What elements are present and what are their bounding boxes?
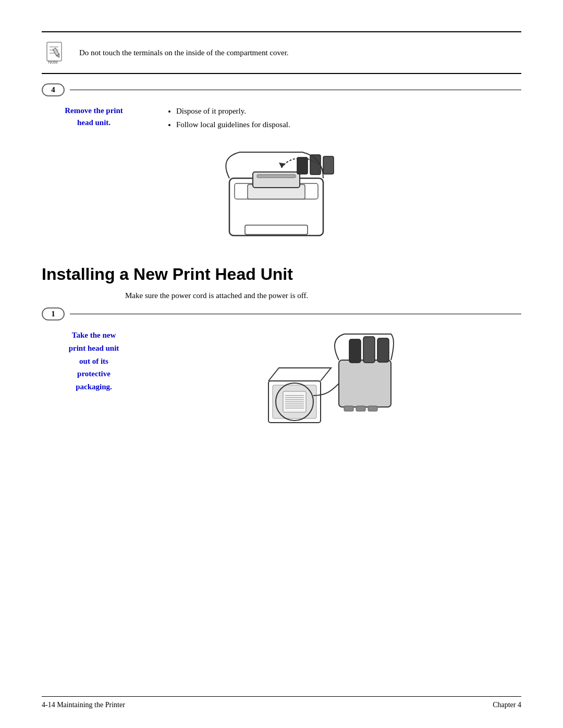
step4-bullets: Dispose of it properly. Follow local gui… bbox=[162, 105, 521, 131]
note-bottom-rule bbox=[42, 73, 521, 74]
note-section: Note Do not touch the terminals on the i… bbox=[42, 31, 521, 74]
svg-rect-34 bbox=[356, 406, 365, 411]
note-content: Note Do not touch the terminals on the i… bbox=[42, 36, 521, 69]
section-subtitle: Make sure the power cord is attached and… bbox=[125, 291, 521, 300]
note-text: Do not touch the terminals on the inside… bbox=[79, 47, 289, 59]
note-top-rule bbox=[42, 31, 521, 32]
step4-label: Remove the printhead unit. bbox=[42, 105, 146, 128]
footer-left: 4-14 Maintaining the Printer bbox=[42, 701, 125, 709]
step4-left: Remove the printhead unit. bbox=[42, 105, 146, 128]
svg-rect-29 bbox=[339, 360, 391, 407]
note-icon: Note bbox=[42, 39, 70, 67]
svg-rect-9 bbox=[245, 225, 308, 235]
step1-right bbox=[162, 329, 521, 433]
svg-rect-35 bbox=[368, 406, 377, 411]
step4-content: Remove the printhead unit. Dispose of it… bbox=[42, 105, 521, 131]
svg-rect-14 bbox=[310, 155, 321, 175]
svg-rect-12 bbox=[257, 175, 296, 178]
step4-badge: 4 bbox=[42, 83, 65, 96]
bullet-2: Follow local guidelines for disposal. bbox=[176, 118, 521, 132]
svg-rect-32 bbox=[377, 338, 389, 362]
step1-line bbox=[70, 314, 521, 314]
step1-label: Take the newprint head unitout of itspro… bbox=[42, 329, 146, 393]
printer-remove-svg bbox=[209, 142, 354, 246]
svg-rect-15 bbox=[323, 156, 334, 174]
step1-badge: 1 bbox=[42, 307, 65, 320]
page: Note Do not touch the terminals on the i… bbox=[0, 0, 563, 728]
step1-content: Take the newprint head unitout of itspro… bbox=[42, 329, 521, 433]
step1-left: Take the newprint head unitout of itspro… bbox=[42, 329, 146, 393]
svg-rect-31 bbox=[363, 337, 375, 363]
step1-badge-row: 1 bbox=[42, 307, 521, 320]
footer: 4-14 Maintaining the Printer Chapter 4 bbox=[42, 696, 521, 709]
svg-marker-16 bbox=[279, 163, 286, 168]
svg-rect-33 bbox=[344, 406, 353, 411]
step4-line bbox=[70, 90, 521, 90]
note-svg-icon: Note bbox=[43, 40, 69, 66]
step4-image bbox=[42, 142, 521, 246]
bullet-1: Dispose of it properly. bbox=[176, 105, 521, 118]
step4-badge-row: 4 bbox=[42, 83, 521, 96]
svg-rect-13 bbox=[297, 157, 308, 174]
step4-right: Dispose of it properly. Follow local gui… bbox=[162, 105, 521, 131]
new-unit-svg bbox=[258, 329, 425, 433]
footer-right: Chapter 4 bbox=[493, 701, 521, 709]
section-title: Installing a New Print Head Unit bbox=[42, 265, 521, 284]
svg-text:Note: Note bbox=[48, 59, 58, 65]
svg-rect-30 bbox=[349, 339, 361, 363]
